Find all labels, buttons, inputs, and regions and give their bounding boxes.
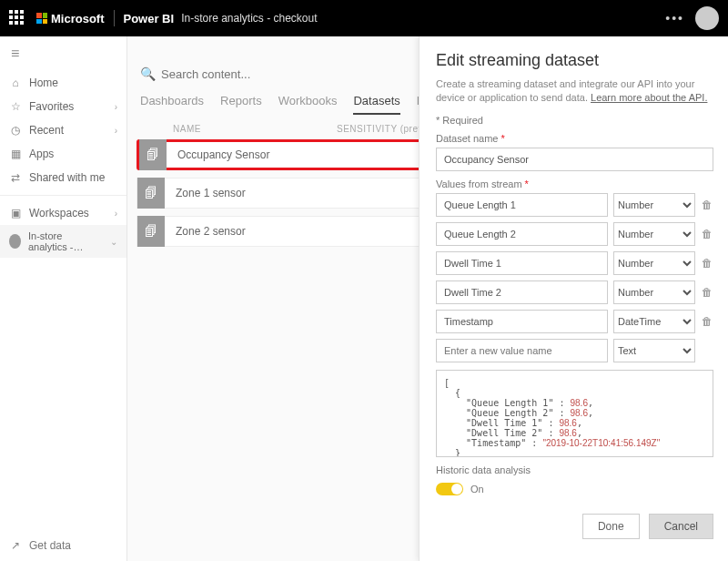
- delete-field-icon[interactable]: 🗑: [701, 286, 713, 299]
- stream-field-type-select[interactable]: Number: [613, 251, 695, 275]
- breadcrumb[interactable]: In-store analytics - checkout: [181, 12, 317, 25]
- dataset-icon: 🗐: [137, 178, 165, 209]
- stream-field-name-input[interactable]: [436, 280, 608, 304]
- chevron-right-icon: ›: [115, 209, 117, 219]
- delete-field-icon[interactable]: 🗑: [701, 257, 713, 270]
- stream-field-row: DateTime🗑: [436, 310, 713, 333]
- tab-workbooks[interactable]: Workbooks: [278, 94, 338, 115]
- get-data-button[interactable]: ↗Get data: [0, 530, 126, 561]
- divider: [114, 10, 115, 26]
- nav-current-workspace[interactable]: In-store analytics -…⌄: [0, 225, 126, 258]
- hamburger-icon[interactable]: ≡: [0, 36, 126, 71]
- app-launcher-icon[interactable]: [9, 10, 25, 26]
- sample-payload: [ { "Queue Length 1" : 98.6, "Queue Leng…: [436, 370, 713, 457]
- panel-title: Edit streaming dataset: [436, 51, 713, 70]
- stream-field-row: Number🗑: [436, 193, 713, 217]
- tab-dashboards[interactable]: Dashboards: [140, 94, 204, 115]
- stream-field-name-input[interactable]: [436, 222, 608, 246]
- dataset-icon: 🗐: [137, 216, 165, 247]
- nav-recent[interactable]: ◷Recent›: [0, 118, 126, 142]
- shared-icon: ⇄: [9, 171, 22, 184]
- stream-field-row: Number🗑: [436, 222, 713, 246]
- microsoft-logo: Microsoft: [36, 12, 105, 26]
- search-icon: 🔍: [140, 66, 156, 81]
- tab-datasets[interactable]: Datasets: [353, 94, 399, 115]
- dataset-name-label: Dataset name: [436, 133, 713, 144]
- nav-home[interactable]: ⌂Home: [0, 71, 126, 95]
- nav-shared[interactable]: ⇄Shared with me: [0, 166, 126, 189]
- cancel-button[interactable]: Cancel: [649, 514, 713, 539]
- delete-field-icon[interactable]: 🗑: [701, 228, 713, 240]
- chevron-right-icon: ›: [115, 126, 117, 136]
- nav-workspaces[interactable]: ▣Workspaces›: [0, 201, 126, 225]
- values-from-stream-label: Values from stream: [436, 178, 713, 189]
- done-button[interactable]: Done: [582, 514, 640, 539]
- chevron-down-icon: ⌄: [110, 237, 117, 247]
- star-icon: ☆: [9, 100, 22, 113]
- stream-field-name-input[interactable]: [436, 251, 608, 275]
- nav-favorites[interactable]: ☆Favorites›: [0, 95, 126, 118]
- dataset-icon: 🗐: [139, 139, 167, 170]
- brand-label: Microsoft: [51, 12, 105, 26]
- required-label: * Required: [436, 115, 713, 126]
- delete-field-icon[interactable]: 🗑: [701, 199, 713, 211]
- get-data-icon: ↗: [9, 539, 22, 552]
- chevron-right-icon: ›: [115, 102, 117, 112]
- stream-field-name-input[interactable]: [436, 193, 608, 217]
- new-value-input[interactable]: [436, 339, 608, 362]
- historic-state: On: [470, 484, 484, 495]
- dataset-name-input[interactable]: [436, 148, 713, 171]
- col-name: NAME: [173, 124, 337, 134]
- stream-field-type-select[interactable]: Number: [613, 193, 695, 217]
- stream-field-row: Number🗑: [436, 280, 713, 304]
- product-label: Power BI: [124, 12, 175, 26]
- tab-reports[interactable]: Reports: [220, 94, 262, 115]
- topbar: Microsoft Power BI In-store analytics - …: [0, 0, 728, 36]
- stream-field-row: Number🗑: [436, 251, 713, 275]
- apps-icon: ▦: [9, 148, 22, 160]
- home-icon: ⌂: [9, 76, 22, 89]
- stream-field-type-select[interactable]: Number: [613, 222, 695, 246]
- learn-more-link[interactable]: Learn more about the API.: [591, 92, 707, 103]
- clock-icon: ◷: [9, 124, 22, 137]
- new-value-type-select[interactable]: Text: [613, 339, 695, 362]
- avatar[interactable]: [695, 6, 719, 30]
- left-nav: ≡ ⌂Home ☆Favorites› ◷Recent› ▦Apps ⇄Shar…: [0, 36, 127, 561]
- more-icon[interactable]: •••: [665, 11, 684, 26]
- stream-field-type-select[interactable]: Number: [613, 280, 695, 304]
- historic-label: Historic data analysis: [436, 464, 713, 475]
- stream-field-name-input[interactable]: [436, 310, 608, 333]
- search-input[interactable]: [161, 67, 343, 81]
- edit-streaming-dataset-panel: Edit streaming dataset Create a streamin…: [419, 36, 728, 561]
- historic-toggle[interactable]: [436, 483, 463, 495]
- workspace-dot-icon: [9, 234, 21, 249]
- nav-apps[interactable]: ▦Apps: [0, 142, 126, 166]
- stream-field-type-select[interactable]: DateTime: [613, 310, 695, 333]
- panel-description: Create a streaming dataset and integrate…: [436, 77, 713, 106]
- delete-field-icon[interactable]: 🗑: [701, 315, 713, 328]
- workspaces-icon: ▣: [9, 207, 22, 219]
